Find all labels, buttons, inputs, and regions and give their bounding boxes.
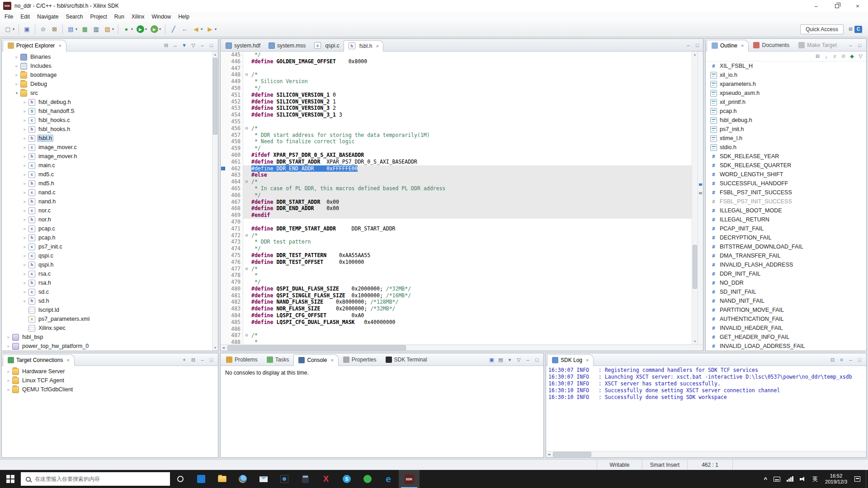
tree-item[interactable]: ▾src [2, 89, 218, 98]
tree-collapsed-icon[interactable]: ▹ [22, 100, 28, 104]
view-menu-icon[interactable]: ▽ [189, 42, 197, 49]
code-line[interactable]: 454#define SILICON_VERSION_3_1 3 [221, 112, 692, 118]
tree-item[interactable]: ▹himage_mover.h [2, 152, 218, 161]
tree-item[interactable]: ▹fsbl_bsp [2, 333, 218, 342]
scrollbar-thumb[interactable] [227, 345, 406, 350]
code-line[interactable]: 482#define NAND_FLASH_SIZE 0x8000000; /*… [221, 299, 692, 305]
menu-navigate[interactable]: Navigate [33, 13, 62, 21]
view-tab-sdk-log[interactable]: SDK Log× [547, 354, 594, 366]
new-application-project-button[interactable]: ▤▾ [66, 24, 79, 34]
tree-item[interactable]: ▹cqspi.c [2, 251, 218, 260]
mail-taskbar-button[interactable] [253, 470, 274, 488]
tree-collapsed-icon[interactable]: ▹ [22, 290, 28, 294]
minimize-icon[interactable]: – [847, 356, 854, 363]
new-connection-icon[interactable]: + [180, 356, 188, 363]
editor-tab-system-mss[interactable]: system.mss [264, 40, 310, 51]
editor-tab-qspi-c[interactable]: cqspi.c [310, 40, 343, 51]
tree-item[interactable]: ▹crsa.c [2, 269, 218, 278]
tree-collapsed-icon[interactable]: ▹ [22, 190, 28, 195]
sort-icon[interactable]: ↓ [822, 53, 830, 60]
tree-item[interactable]: ▹hqspi.h [2, 260, 218, 269]
view-tab-sdk-terminal[interactable]: SDK Terminal [381, 354, 432, 366]
outline-item[interactable]: #FSBL_PS7_INIT_SUCCESS [706, 188, 866, 197]
code-line[interactable]: 479 */ [221, 279, 692, 286]
tree-collapsed-icon[interactable]: ▹ [22, 208, 28, 213]
scroll-down-icon[interactable]: ▼ [212, 345, 218, 351]
tree-item[interactable]: ▹cmain.c [2, 161, 218, 170]
code-line[interactable]: 474 */ [221, 245, 692, 252]
run-button[interactable]: ▶▾ [135, 24, 148, 34]
skype-taskbar-button[interactable]: S [336, 470, 357, 488]
outline-item[interactable]: ps7_init.h [706, 125, 866, 134]
hide-macros-icon[interactable]: # [831, 53, 839, 60]
code-line[interactable]: 467#define DDR_START_ADDR 0x00 [221, 199, 692, 206]
code-line[interactable]: 481#define QSPI_SINGLE_FLASH_SIZE 0x1000… [221, 292, 692, 299]
tree-item[interactable]: ▹hfsbl_hooks.h [2, 125, 218, 134]
scroll-down-icon[interactable]: ▼ [692, 338, 698, 344]
tree-collapsed-icon[interactable]: ▹ [22, 181, 28, 186]
xsct-console-button[interactable]: ▥ [91, 24, 101, 34]
tree-collapsed-icon[interactable]: ▹ [5, 378, 12, 383]
tray-expand-icon[interactable]: ^ [760, 470, 770, 488]
tree-item[interactable]: ▹csd.c [2, 287, 218, 296]
outline-item[interactable]: #WORD_LENGTH_SHIFT [706, 170, 866, 179]
external-tools-dropdown-icon[interactable]: ▾ [159, 27, 161, 31]
maximize-icon[interactable]: □ [208, 42, 215, 49]
outline-item[interactable]: #NAND_INIT_FAIL [706, 296, 866, 305]
code-line[interactable]: 457 * DDR start address for storing the … [221, 132, 692, 139]
collapse-all-icon[interactable]: ⊟ [189, 356, 197, 363]
scroll-lock-icon[interactable]: ≡ [838, 356, 845, 363]
code-line[interactable]: 476#define DDR_TEST_OFFSET 0x100000 [221, 259, 692, 266]
outline-item[interactable]: #ILLEGAL_BOOT_MODE [706, 206, 866, 215]
code-line[interactable]: 445 */ [221, 52, 692, 58]
tree-item[interactable]: xps7_parameters.xml [2, 314, 218, 324]
outline-item[interactable]: #GET_HEADER_INFO_FAIL [706, 333, 866, 342]
tree-item[interactable]: ▹Hardware Server [2, 367, 218, 376]
code-line[interactable]: 480#define QSPI_DUAL_FLASH_SIZE 0x200000… [221, 286, 692, 292]
outline-item[interactable]: #SDK_RELEASE_YEAR [706, 152, 866, 161]
calculator-taskbar-button[interactable] [295, 470, 316, 488]
new-wizard-dropdown-icon[interactable]: ▾ [13, 27, 14, 31]
fold-collapse-icon[interactable]: ⊖ [243, 266, 250, 272]
cpp-perspective-icon[interactable]: C [854, 26, 862, 33]
tree-item[interactable]: ▹Linux TCF Agent [2, 376, 218, 385]
code-line[interactable]: 460#ifdef XPAR_PS7_DDR_0_S_AXI_BASEADDR [221, 152, 692, 159]
skip-all-breakpoints-button[interactable]: ⊘ [38, 24, 48, 34]
view-tab-problems[interactable]: Problems [222, 354, 262, 366]
outline-item[interactable]: #NO_DDR [706, 278, 866, 287]
code-line[interactable]: 459 */ [221, 145, 692, 152]
view-tab-console[interactable]: Console× [293, 354, 338, 366]
outline-item[interactable]: #PARTITION_MOVE_FAIL [706, 305, 866, 314]
menu-search[interactable]: Search [62, 13, 86, 21]
code-line[interactable]: 478 * [221, 272, 692, 279]
browser-taskbar-button[interactable] [232, 470, 253, 488]
code-line[interactable]: 483#define NOR_FLASH_SIZE 0x2000000; /*3… [221, 305, 692, 312]
tree-item[interactable]: ▹hpcap.h [2, 233, 218, 242]
outline-item[interactable]: #SDK_RELEASE_QUARTER [706, 161, 866, 170]
editor-tab-system-hdf[interactable]: system.hdf [222, 40, 264, 51]
minimize-icon[interactable]: – [198, 42, 206, 49]
hide-non-public-icon[interactable]: ◆ [848, 53, 856, 60]
code-line[interactable]: 485#define LQSPI_CFG_DUAL_FLASH_MASK 0x4… [221, 319, 692, 326]
outline-item[interactable]: #DMA_TRANSFER_FAIL [706, 251, 866, 260]
fold-collapse-icon[interactable]: ⊖ [243, 125, 250, 132]
tree-collapsed-icon[interactable]: ▹ [14, 82, 20, 86]
tree-item[interactable]: Xilinx.spec [2, 324, 218, 333]
tree-collapsed-icon[interactable]: ▹ [5, 369, 12, 374]
scroll-right-icon[interactable]: ► [546, 451, 552, 457]
code-line[interactable]: 462#define DDR_END_ADDR 0xFFFFFE00 [221, 165, 692, 172]
mark-occurrences-button[interactable]: ╱ [168, 24, 179, 34]
tree-item[interactable]: ▹Debug [2, 80, 218, 89]
code-line[interactable]: 477⊖/* [221, 266, 692, 272]
close-icon[interactable]: × [741, 43, 744, 48]
outline-item[interactable]: pcap.h [706, 107, 866, 116]
action-center-icon[interactable] [851, 470, 863, 488]
code-line[interactable]: 447 [221, 65, 692, 72]
tree-item[interactable]: ▹Binaries [2, 52, 218, 61]
tree-item[interactable]: ▹hrsa.h [2, 278, 218, 287]
sdk-taskbar-button[interactable]: SDK [399, 470, 420, 488]
sdk-log-scrollbar[interactable]: ◄ ► [546, 451, 866, 457]
tree-collapsed-icon[interactable]: ▹ [22, 263, 28, 267]
display-console-icon[interactable]: ▤ [497, 356, 505, 363]
minimize-icon[interactable]: – [198, 356, 206, 363]
